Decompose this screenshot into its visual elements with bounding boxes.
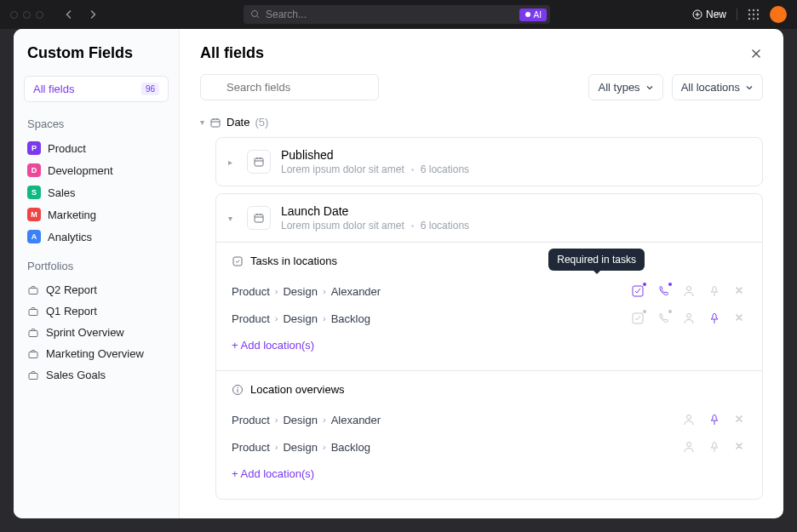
location-row: Product› Design› Backlog	[232, 305, 747, 332]
svg-point-27	[687, 415, 691, 420]
space-icon: D	[27, 163, 41, 177]
svg-point-4	[753, 9, 754, 11]
apps-grid-icon[interactable]	[748, 9, 760, 20]
person-icon[interactable]	[682, 440, 696, 454]
info-icon	[232, 384, 244, 396]
close-icon[interactable]	[749, 47, 763, 60]
tooltip: Required in tasks	[548, 249, 645, 271]
sidebar-portfolio-item[interactable]: Marketing Overview	[24, 343, 169, 364]
field-group-header[interactable]: ▾ Date (5)	[200, 116, 763, 129]
sidebar-portfolio-item[interactable]: Q2 Report	[24, 279, 169, 300]
minimize-window-icon[interactable]	[23, 11, 31, 19]
remove-icon[interactable]	[733, 413, 747, 426]
portfolio-label: Q1 Report	[46, 305, 97, 317]
breadcrumb[interactable]: Product› Design› Alexander	[232, 285, 631, 298]
briefcase-icon	[27, 284, 39, 296]
ai-badge[interactable]: AI	[519, 9, 547, 21]
svg-rect-13	[29, 309, 37, 315]
space-label: Development	[48, 164, 113, 177]
sidebar-space-item[interactable]: AAnalytics	[24, 226, 169, 248]
person-icon[interactable]	[682, 413, 696, 426]
sidebar-space-item[interactable]: MMarketing	[24, 203, 169, 226]
pin-icon[interactable]	[708, 413, 721, 426]
space-label: Sales	[48, 186, 76, 199]
remove-icon[interactable]	[733, 440, 747, 454]
remove-icon[interactable]	[733, 312, 747, 325]
svg-rect-20	[255, 215, 263, 222]
svg-point-7	[753, 14, 754, 15]
field-card-published[interactable]: ▸ Published Lorem ipsum dolor sit amet 6…	[215, 137, 763, 186]
titlebar: Search... AI New	[0, 0, 797, 29]
location-overviews-panel: Location overviews Product› Design› Alex…	[216, 370, 762, 499]
page-title: All fields	[200, 44, 264, 62]
breadcrumb[interactable]: Product› Design› Backlog	[232, 312, 631, 325]
avatar[interactable]	[770, 6, 787, 23]
sidebar-portfolio-item[interactable]: Q1 Report	[24, 300, 169, 322]
filter-locations-dropdown[interactable]: All locations	[672, 74, 763, 100]
briefcase-icon	[27, 306, 39, 317]
pin-icon[interactable]	[708, 284, 721, 298]
svg-point-5	[757, 9, 759, 11]
chevron-down-icon	[745, 83, 754, 92]
tasks-in-locations-panel: Tasks in locations Product› Design› Alex…	[216, 242, 762, 370]
chevron-right-icon[interactable]: ▸	[228, 157, 237, 167]
add-location-button[interactable]: + Add location(s)	[232, 332, 747, 358]
sidebar-space-item[interactable]: DDevelopment	[24, 159, 169, 181]
calendar-icon	[247, 206, 271, 230]
portfolio-label: Marketing Overview	[46, 347, 144, 360]
sidebar-space-item[interactable]: PProduct	[24, 137, 169, 159]
breadcrumb[interactable]: Product› Design› Backlog	[232, 441, 682, 454]
space-icon: A	[27, 230, 41, 243]
svg-point-9	[748, 18, 750, 20]
person-icon[interactable]	[682, 284, 696, 298]
sidebar-portfolio-item[interactable]: Sales Goals	[24, 364, 169, 386]
add-location-button[interactable]: + Add location(s)	[232, 460, 747, 487]
svg-rect-21	[233, 257, 242, 266]
sidebar: Custom Fields All fields 96 Spaces PProd…	[14, 29, 180, 518]
global-search[interactable]: Search... AI	[244, 5, 550, 24]
sidebar-space-item[interactable]: SSales	[24, 181, 169, 203]
nav-back-button[interactable]	[60, 6, 77, 23]
chevron-down-icon	[645, 83, 654, 92]
chevron-down-icon[interactable]: ▾	[200, 117, 204, 127]
portfolio-label: Sales Goals	[46, 369, 106, 381]
window-controls	[10, 11, 43, 19]
pin-icon[interactable]	[708, 440, 721, 454]
pin-icon[interactable]	[708, 312, 721, 325]
person-icon[interactable]	[682, 312, 696, 325]
svg-point-23	[687, 287, 691, 291]
space-label: Product	[48, 142, 86, 155]
required-in-tasks-icon[interactable]	[631, 312, 645, 325]
close-window-icon[interactable]	[10, 11, 18, 19]
remove-icon[interactable]	[733, 284, 747, 298]
new-button[interactable]: New	[692, 9, 726, 20]
svg-point-25	[687, 314, 691, 318]
svg-rect-15	[29, 352, 37, 358]
phone-icon[interactable]	[657, 312, 670, 325]
svg-rect-18	[211, 119, 220, 127]
svg-point-3	[748, 9, 750, 11]
filter-types-dropdown[interactable]: All types	[588, 74, 662, 100]
nav-forward-button[interactable]	[84, 6, 101, 23]
space-label: Marketing	[48, 209, 96, 221]
spaces-section-label: Spaces	[27, 117, 165, 130]
breadcrumb[interactable]: Product› Design› Alexander	[232, 414, 682, 426]
svg-point-28	[687, 443, 691, 447]
svg-point-10	[753, 18, 754, 20]
chevron-down-icon[interactable]: ▾	[228, 214, 237, 223]
field-name: Published	[281, 148, 750, 162]
portfolio-label: Sprint Overview	[46, 326, 124, 339]
required-in-tasks-icon[interactable]	[631, 284, 645, 298]
phone-icon[interactable]	[657, 284, 670, 298]
svg-point-11	[757, 18, 759, 20]
search-fields-input[interactable]	[200, 74, 379, 100]
space-icon: M	[27, 208, 41, 221]
sidebar-all-fields[interactable]: All fields 96	[24, 76, 169, 102]
calendar-icon	[209, 117, 221, 129]
space-label: Analytics	[48, 231, 92, 243]
sidebar-portfolio-item[interactable]: Sprint Overview	[24, 322, 169, 343]
checkbox-icon	[232, 255, 244, 267]
svg-point-1	[525, 12, 530, 17]
search-placeholder: Search...	[266, 9, 307, 20]
maximize-window-icon[interactable]	[36, 11, 43, 19]
